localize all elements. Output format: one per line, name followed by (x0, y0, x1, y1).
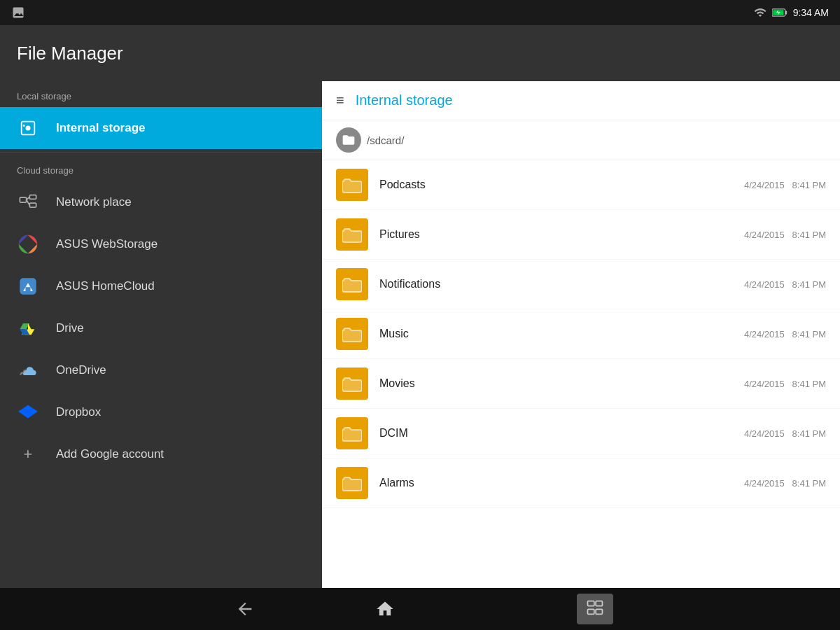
folder-icon-dcim (336, 417, 368, 449)
folder-icon-pictures (336, 218, 368, 251)
file-name-movies: Movies (379, 377, 744, 390)
file-meta-alarms: 4/24/2015 8:41 PM (744, 478, 826, 489)
folder-icon-podcasts (336, 169, 368, 201)
file-meta-podcasts: 4/24/2015 8:41 PM (744, 180, 826, 190)
add-icon: + (17, 443, 39, 465)
drive-label: Drive (56, 321, 84, 335)
divider-1 (0, 152, 322, 153)
file-panel: ≡ Internal storage /sdcard/ (322, 81, 840, 588)
file-meta-dcim: 4/24/2015 8:41 PM (744, 428, 826, 439)
file-row-movies[interactable]: Movies 4/24/2015 8:41 PM (322, 359, 840, 409)
recents-button[interactable] (525, 588, 665, 630)
sidebar-item-dropbox[interactable]: Dropbox (0, 391, 322, 433)
folder-icon-music (336, 318, 368, 350)
sidebar-item-internal-storage[interactable]: Internal storage (0, 107, 322, 149)
file-meta-music: 4/24/2015 8:41 PM (744, 329, 826, 340)
file-name-music: Music (379, 328, 744, 340)
homecloud-icon (17, 275, 39, 298)
file-meta-movies: 4/24/2015 8:41 PM (744, 379, 826, 389)
add-google-account-item[interactable]: + Add Google account (0, 433, 322, 475)
sidebar-item-asus-homecloud[interactable]: ASUS HomeCloud (0, 265, 322, 307)
app-container: File Manager Local storage Internal stor… (0, 25, 840, 588)
webstorage-icon (17, 233, 39, 255)
add-google-account-label: Add Google account (56, 447, 164, 461)
onedrive-label: OneDrive (56, 363, 106, 377)
file-name-notifications: Notifications (379, 278, 744, 290)
svg-point-4 (26, 126, 31, 131)
file-name-dcim: DCIM (379, 427, 744, 440)
status-icons: 9:34 AM (754, 6, 829, 19)
back-icon (235, 599, 255, 619)
internal-storage-icon (17, 117, 39, 139)
svg-rect-17 (596, 609, 602, 614)
recents-icon (577, 594, 613, 624)
sidebar: Local storage Internal storage Cloud sto… (0, 81, 322, 588)
cloud-storage-label: Cloud storage (0, 155, 322, 181)
folder-icon-movies (336, 368, 368, 400)
svg-rect-1 (785, 10, 787, 14)
status-bar: 9:34 AM (0, 0, 840, 25)
dropbox-label: Dropbox (56, 405, 101, 419)
back-button[interactable] (175, 588, 315, 630)
file-row-notifications[interactable]: Notifications 4/24/2015 8:41 PM (322, 260, 840, 309)
file-name-podcasts: Podcasts (379, 178, 744, 191)
onedrive-icon (17, 359, 39, 382)
file-meta-notifications: 4/24/2015 8:41 PM (744, 279, 826, 290)
app-title: File Manager (17, 43, 123, 64)
file-row-pictures[interactable]: Pictures 4/24/2015 8:41 PM (322, 210, 840, 260)
home-icon (375, 599, 395, 619)
battery-icon (772, 7, 788, 18)
svg-rect-14 (588, 601, 594, 606)
sidebar-item-drive[interactable]: Drive (0, 307, 322, 349)
breadcrumb-folder-icon (336, 127, 361, 153)
home-button[interactable] (315, 588, 455, 630)
app-titlebar: File Manager (0, 25, 840, 81)
sidebar-item-network-place[interactable]: Network place (0, 181, 322, 223)
homecloud-label: ASUS HomeCloud (56, 279, 155, 293)
status-time: 9:34 AM (793, 7, 829, 18)
breadcrumb-path: /sdcard/ (367, 134, 404, 146)
file-name-alarms: Alarms (379, 477, 744, 489)
breadcrumb: /sdcard/ (322, 120, 840, 160)
sidebar-item-onedrive[interactable]: OneDrive (0, 349, 322, 391)
file-row-music[interactable]: Music 4/24/2015 8:41 PM (322, 309, 840, 359)
file-row-podcasts[interactable]: Podcasts 4/24/2015 8:41 PM (322, 160, 840, 210)
internal-storage-label: Internal storage (56, 121, 146, 135)
file-panel-header: ≡ Internal storage (322, 81, 840, 120)
content-area: Local storage Internal storage Cloud sto… (0, 81, 840, 588)
drive-icon (17, 317, 39, 340)
svg-rect-16 (588, 609, 594, 614)
svg-point-5 (23, 125, 25, 127)
photo-icon (11, 6, 25, 20)
wifi-icon (754, 6, 766, 19)
svg-rect-13 (26, 287, 31, 291)
svg-rect-15 (596, 601, 602, 606)
local-storage-label: Local storage (0, 81, 322, 107)
panel-title: Internal storage (356, 92, 453, 108)
webstorage-label: ASUS WebStorage (56, 237, 158, 251)
panel-menu-icon[interactable]: ≡ (336, 92, 344, 108)
folder-icon-alarms (336, 467, 368, 499)
svg-rect-6 (20, 197, 26, 202)
file-row-alarms[interactable]: Alarms 4/24/2015 8:41 PM (322, 458, 840, 508)
folder-icon-notifications (336, 268, 368, 300)
network-place-icon (17, 191, 39, 214)
file-name-pictures: Pictures (379, 228, 744, 241)
file-list: Podcasts 4/24/2015 8:41 PM Pictures 4/24… (322, 160, 840, 588)
dropbox-icon (17, 401, 39, 424)
svg-rect-7 (29, 195, 36, 200)
bottom-nav (0, 588, 840, 630)
svg-line-10 (27, 200, 30, 206)
svg-rect-8 (29, 203, 36, 207)
sidebar-item-asus-webstorage[interactable]: ASUS WebStorage (0, 223, 322, 265)
network-place-label: Network place (56, 195, 132, 209)
file-row-dcim[interactable]: DCIM 4/24/2015 8:41 PM (322, 409, 840, 458)
file-meta-pictures: 4/24/2015 8:41 PM (744, 230, 826, 240)
